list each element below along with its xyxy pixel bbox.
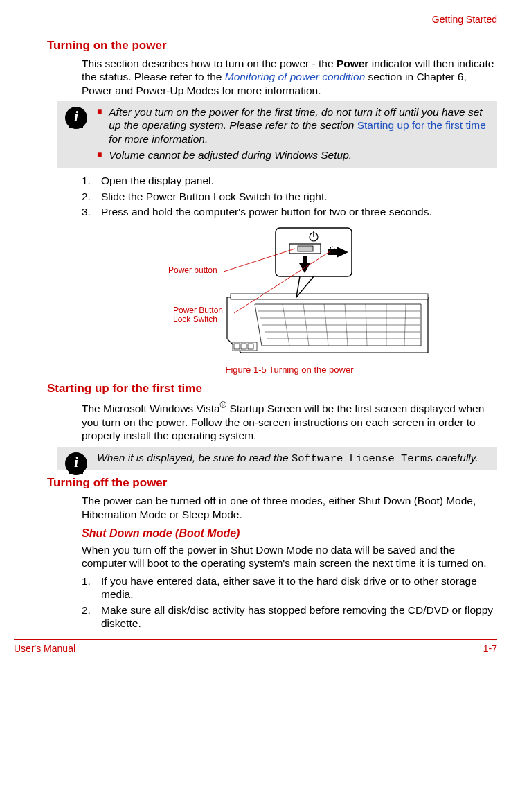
- step-2: 2.Slide the Power Button Lock Switch to …: [82, 190, 497, 203]
- svg-rect-18: [248, 344, 253, 349]
- shutdown-paragraph: When you turn off the power in Shut Down…: [82, 543, 497, 570]
- steps-turn-on: 1.Open the display panel. 2.Slide the Po…: [82, 174, 497, 218]
- step-text: Press and hold the computer's power butt…: [101, 205, 432, 218]
- heading-starting-up: Starting up for the first time: [47, 381, 497, 396]
- step-num: 1.: [82, 574, 94, 601]
- steps-shutdown: 1.If you have entered data, either save …: [82, 574, 497, 630]
- bullet-icon: ■: [97, 105, 102, 145]
- running-header: Getting Started: [14, 14, 497, 26]
- step-num: 2.: [82, 190, 94, 203]
- footer-left: User's Manual: [14, 643, 75, 655]
- info-icon: i: [65, 452, 87, 475]
- note-bullet-2: ■ Volume cannot be adjusted during Windo…: [97, 148, 492, 161]
- step-2: 2.Make sure all disk/disc activity has s…: [82, 603, 497, 630]
- label-lock-switch-2: Lock Switch: [173, 315, 217, 324]
- heading-turning-off: Turning off the power: [47, 475, 497, 490]
- bold-power: Power: [337, 58, 369, 69]
- step-text: Make sure all disk/disc activity has sto…: [101, 603, 497, 630]
- svg-rect-24: [298, 246, 313, 251]
- svg-rect-17: [241, 344, 246, 349]
- starting-up-paragraph: The Microsoft Windows Vista® Startup Scr…: [82, 400, 497, 442]
- step-text: If you have entered data, either save it…: [101, 574, 497, 601]
- page-footer: User's Manual 1-7: [14, 639, 497, 655]
- text: The Microsoft Windows Vista: [82, 403, 220, 415]
- step-1: 1.If you have entered data, either save …: [82, 574, 497, 601]
- text: When it is displayed, be sure to read th…: [97, 452, 292, 464]
- note-text: After you turn on the power for the firs…: [109, 105, 492, 145]
- registered-mark: ®: [220, 400, 227, 410]
- info-note-2: i When it is displayed, be sure to read …: [57, 447, 497, 470]
- figure-caption: Figure 1-5 Turning on the power: [82, 364, 497, 376]
- info-note-1: i ■ After you turn on the power for the …: [57, 101, 497, 169]
- intro-paragraph: This section describes how to turn on th…: [82, 57, 497, 97]
- link-starting-up[interactable]: Starting up for the first time: [357, 119, 486, 131]
- turning-off-paragraph: The power can be turned off in one of th…: [82, 494, 497, 521]
- note-bullet-1: ■ After you turn on the power for the fi…: [97, 105, 492, 145]
- text: This section describes how to turn on th…: [82, 58, 337, 69]
- step-num: 3.: [82, 205, 94, 218]
- header-rule: [14, 28, 497, 28]
- bullet-icon: ■: [97, 148, 102, 161]
- step-num: 1.: [82, 174, 94, 187]
- footer-right: 1-7: [483, 643, 497, 655]
- step-num: 2.: [82, 603, 94, 630]
- step-1: 1.Open the display panel.: [82, 174, 497, 187]
- laptop-diagram: Power button Power Button Lock Switch: [144, 224, 435, 363]
- step-text: Open the display panel.: [101, 174, 214, 187]
- step-3: 3.Press and hold the computer's power bu…: [82, 205, 497, 218]
- link-monitoring[interactable]: Monitoring of power condition: [225, 71, 365, 82]
- label-power-button: Power button: [168, 265, 217, 275]
- manual-page: Getting Started Turning on the power Thi…: [0, 0, 511, 664]
- figure-1-5: Power button Power Button Lock Switch Fi…: [82, 224, 497, 376]
- svg-rect-16: [234, 344, 240, 349]
- heading-turning-on: Turning on the power: [47, 38, 497, 53]
- text: carefully.: [433, 452, 478, 464]
- info-icon: i: [65, 107, 87, 129]
- note-text: Volume cannot be adjusted during Windows…: [109, 148, 352, 161]
- step-text: Slide the Power Button Lock Switch to th…: [101, 190, 328, 203]
- heading-shutdown-mode: Shut Down mode (Boot Mode): [82, 527, 497, 540]
- mono-term: Software License Terms: [292, 452, 433, 465]
- note-text: When it is displayed, be sure to read th…: [97, 451, 492, 466]
- label-lock-switch-1: Power Button: [173, 306, 223, 315]
- text: for more information.: [109, 133, 208, 145]
